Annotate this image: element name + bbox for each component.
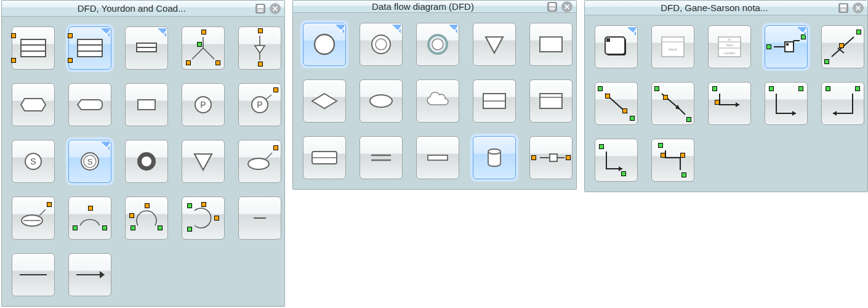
save-icon[interactable] bbox=[255, 3, 266, 14]
svg-rect-71 bbox=[662, 37, 684, 57]
shape-circle-double[interactable] bbox=[356, 19, 406, 70]
shape-rect-top[interactable] bbox=[526, 76, 576, 126]
shape-s-circle[interactable]: S bbox=[8, 136, 58, 187]
shape-arrow[interactable] bbox=[65, 249, 115, 300]
shape-s-circle-sel[interactable]: S bbox=[65, 136, 115, 187]
svg-marker-93 bbox=[792, 111, 796, 116]
svg-rect-6 bbox=[78, 39, 102, 57]
shape-cylinder[interactable] bbox=[469, 132, 520, 183]
shape-circle-solid[interactable] bbox=[299, 19, 350, 70]
svg-rect-42 bbox=[549, 3, 555, 6]
shape-grid: P P S S bbox=[2, 17, 284, 306]
svg-rect-2 bbox=[258, 9, 263, 12]
shape-connector-diag[interactable] bbox=[818, 22, 868, 72]
svg-text:S: S bbox=[87, 157, 93, 166]
svg-rect-55 bbox=[540, 94, 562, 108]
svg-point-30 bbox=[142, 156, 151, 166]
shape-p-circle[interactable]: P bbox=[178, 79, 228, 130]
shape-arc-nodes-1[interactable] bbox=[65, 193, 115, 243]
svg-marker-51 bbox=[312, 94, 337, 108]
svg-rect-61 bbox=[428, 155, 448, 160]
shape-hex-left[interactable] bbox=[65, 79, 115, 130]
close-icon[interactable] bbox=[561, 1, 573, 12]
svg-rect-66 bbox=[840, 4, 846, 7]
shape-conn-e[interactable] bbox=[818, 78, 868, 129]
shape-rect-thin[interactable] bbox=[412, 132, 463, 183]
shape-circle-shaded[interactable] bbox=[412, 19, 463, 70]
svg-marker-40 bbox=[100, 271, 105, 278]
save-icon[interactable] bbox=[838, 2, 849, 14]
panel-title: DFD, Gane-Sarson nota... bbox=[591, 2, 838, 13]
shape-rect-solid[interactable] bbox=[526, 19, 576, 70]
panel-yourdon: DFD, Yourdon and Coad... bbox=[1, 0, 285, 307]
svg-text:id: id bbox=[728, 38, 731, 41]
shape-data-store-2[interactable] bbox=[65, 23, 115, 73]
shape-triangle-down[interactable] bbox=[178, 136, 228, 187]
svg-rect-50 bbox=[540, 37, 562, 52]
shape-conn-c[interactable] bbox=[704, 78, 755, 129]
shape-entity-box[interactable]: Input bbox=[648, 22, 698, 72]
shape-ring[interactable] bbox=[121, 136, 172, 187]
svg-rect-70 bbox=[606, 38, 610, 42]
svg-text:Input: Input bbox=[669, 47, 677, 51]
svg-text:P: P bbox=[257, 100, 262, 110]
svg-point-32 bbox=[248, 158, 269, 169]
save-icon[interactable] bbox=[547, 1, 558, 12]
svg-line-33 bbox=[266, 153, 272, 159]
shape-interface[interactable] bbox=[526, 132, 576, 183]
panel-title: Data flow diagram (DFD) bbox=[299, 1, 546, 12]
shape-line[interactable] bbox=[8, 249, 58, 300]
svg-rect-82 bbox=[786, 43, 789, 46]
panel-gane: DFD, Gane-Sarson nota... Input idInputLo… bbox=[584, 0, 868, 192]
shape-arc-nodes-2[interactable] bbox=[121, 193, 172, 243]
shape-conn-g[interactable] bbox=[648, 135, 698, 185]
shape-p-circle-handle[interactable]: P bbox=[235, 79, 285, 130]
shape-conn-b[interactable] bbox=[648, 78, 698, 129]
shape-ellipse-solid[interactable] bbox=[356, 76, 406, 126]
shape-two-lines[interactable] bbox=[356, 132, 406, 183]
titlebar[interactable]: DFD, Yourdon and Coad... bbox=[2, 1, 284, 17]
svg-line-23 bbox=[266, 95, 271, 99]
shape-tree-merge[interactable] bbox=[235, 23, 285, 73]
svg-text:Input: Input bbox=[726, 43, 733, 47]
shape-arc-nodes-3[interactable] bbox=[178, 193, 228, 243]
shape-hex-none[interactable] bbox=[121, 79, 172, 130]
shape-hex-both[interactable] bbox=[8, 79, 58, 130]
svg-line-36 bbox=[39, 209, 46, 216]
shape-data-store-3[interactable] bbox=[121, 23, 172, 73]
shape-connector-horiz[interactable] bbox=[761, 22, 811, 72]
svg-rect-1 bbox=[257, 5, 263, 8]
titlebar[interactable]: DFD, Gane-Sarson nota... bbox=[585, 1, 867, 15]
close-icon[interactable] bbox=[853, 2, 864, 14]
close-icon[interactable] bbox=[270, 3, 281, 14]
svg-line-13 bbox=[203, 48, 214, 59]
shape-grid: Input idInputLocation bbox=[585, 15, 867, 192]
shape-rect-mid[interactable] bbox=[469, 76, 520, 126]
svg-text:P: P bbox=[200, 100, 206, 110]
shape-conn-d[interactable] bbox=[761, 78, 811, 129]
panel-title: DFD, Yourdon and Coad... bbox=[8, 3, 255, 14]
svg-line-91 bbox=[680, 110, 685, 115]
shape-short-line[interactable] bbox=[235, 193, 285, 243]
shape-datastore-box[interactable]: idInputLocation bbox=[704, 22, 755, 72]
svg-point-45 bbox=[372, 35, 390, 54]
svg-point-44 bbox=[315, 34, 334, 54]
shape-rect-large[interactable] bbox=[299, 132, 350, 183]
shape-triangle-down-2[interactable] bbox=[469, 19, 520, 70]
shape-ellipse-line[interactable] bbox=[235, 136, 285, 187]
shape-process-box[interactable] bbox=[591, 22, 641, 72]
svg-marker-17 bbox=[21, 99, 46, 111]
svg-rect-43 bbox=[550, 7, 555, 10]
shape-data-store-1[interactable] bbox=[8, 23, 58, 73]
shape-cloud[interactable] bbox=[412, 76, 463, 126]
shape-conn-f[interactable] bbox=[591, 135, 641, 185]
shape-ellipse-line-2[interactable] bbox=[8, 193, 58, 243]
svg-marker-15 bbox=[255, 46, 265, 53]
svg-marker-94 bbox=[833, 111, 837, 116]
shape-diamond[interactable] bbox=[299, 76, 350, 126]
titlebar[interactable]: Data flow diagram (DFD) bbox=[293, 1, 576, 13]
svg-rect-63 bbox=[550, 154, 557, 161]
shape-conn-a[interactable] bbox=[591, 78, 641, 129]
panel-dfd: Data flow diagram (DFD) bbox=[292, 0, 576, 190]
shape-tree-fork[interactable] bbox=[178, 23, 228, 73]
